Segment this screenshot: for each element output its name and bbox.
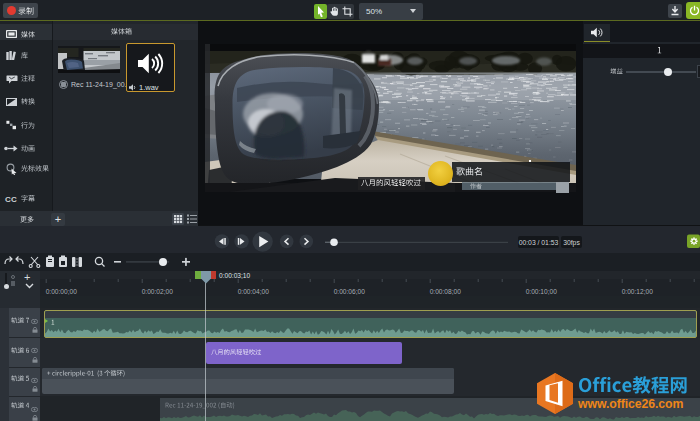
svg-text:0:00:02;00: 0:00:02;00 bbox=[142, 287, 173, 294]
svg-text:0:00:06;00: 0:00:06;00 bbox=[334, 287, 365, 294]
svg-text:0:00:08;00: 0:00:08;00 bbox=[430, 287, 461, 294]
svg-text:0:00:04;00: 0:00:04;00 bbox=[238, 287, 269, 294]
svg-text:00:03 / 01:53: 00:03 / 01:53 bbox=[519, 239, 559, 246]
svg-text:0:00:10;00: 0:00:10;00 bbox=[526, 287, 557, 294]
svg-text:30fps: 30fps bbox=[563, 239, 580, 247]
svg-text:0:00:00;00: 0:00:00;00 bbox=[46, 287, 77, 294]
svg-text:0:00:12;00: 0:00:12;00 bbox=[622, 287, 653, 294]
